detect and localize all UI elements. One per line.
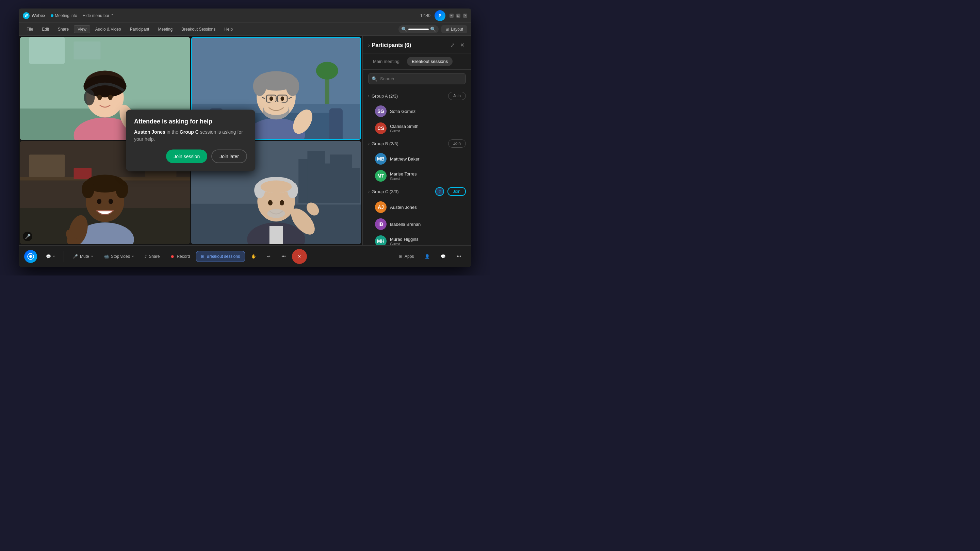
svg-point-48 — [97, 198, 102, 204]
help-request-indicator: ? — [435, 187, 444, 196]
menu-meeting[interactable]: Meeting — [154, 25, 176, 33]
zoom-control[interactable]: 🔍 🔍 — [398, 25, 439, 33]
title-bar-right: 12:40 P − □ ✕ — [420, 10, 467, 21]
participant-murad: MH Murad Higgins Guest — [363, 233, 471, 245]
menu-help[interactable]: Help — [221, 25, 237, 33]
participant-info-matthew: Matthew Baker — [390, 156, 466, 162]
chevron-up-icon: ⌃ — [111, 13, 114, 18]
apps-label: Apps — [404, 254, 414, 259]
record-icon: ⏺ — [170, 254, 175, 259]
close-button[interactable]: ✕ — [463, 14, 467, 18]
end-icon: ✕ — [298, 254, 301, 259]
group-c-join-button[interactable]: Join — [447, 187, 466, 196]
participant-info-austen: Austen Jones — [390, 205, 466, 210]
menu-edit[interactable]: Edit — [38, 25, 53, 33]
breakout-icon: ⊞ — [201, 254, 205, 259]
participant-marise: MT Marise Torres Guest — [363, 167, 471, 184]
participant-info-murad: Murad Higgins Guest — [390, 237, 466, 246]
minimize-button[interactable]: − — [450, 14, 453, 18]
maximize-button[interactable]: □ — [456, 14, 460, 18]
group-b-header[interactable]: › Group B (2/3) Join — [363, 137, 471, 150]
svg-point-34 — [264, 102, 288, 115]
participant-matthew: MB Matthew Baker — [363, 150, 471, 167]
hide-menu-button[interactable]: Hide menu bar ⌃ — [83, 13, 115, 18]
mute-button[interactable]: 🎤 Mute ▾ — [68, 251, 98, 262]
menu-audio-video[interactable]: Audio & Video — [92, 25, 125, 33]
clock: 12:40 — [420, 13, 430, 18]
chat-button[interactable]: 💬 — [436, 251, 450, 262]
zoom-in-icon[interactable]: 🔍 — [430, 27, 436, 32]
breakout-label: Breakout sessions — [207, 254, 240, 259]
search-input[interactable] — [368, 73, 466, 84]
svg-point-49 — [108, 198, 113, 204]
group-c-name: Group C (3/3) — [372, 189, 435, 194]
avatar-isabella: IB — [375, 218, 387, 230]
panel-close-icon[interactable]: ✕ — [459, 40, 466, 50]
layout-button[interactable]: ⊞ Layout — [441, 25, 467, 33]
svg-rect-63 — [269, 226, 283, 244]
panel-actions: ⤢ ✕ — [449, 40, 466, 50]
zoom-slider[interactable] — [408, 29, 429, 30]
reactions-button[interactable]: ✋ — [247, 251, 261, 262]
avatar-sofia: SG — [375, 105, 387, 117]
participant-role-clarissa: Guest — [390, 129, 466, 133]
menu-view[interactable]: View — [74, 25, 90, 33]
menu-bar-right: 🔍 🔍 ⊞ Layout — [398, 25, 467, 33]
svg-rect-39 — [29, 154, 65, 177]
participant-info-marise: Marise Torres Guest — [390, 171, 466, 181]
participant-name-murad: Murad Higgins — [390, 237, 466, 242]
participant-austen: AJ Austen Jones — [363, 198, 471, 216]
svg-point-32 — [281, 96, 284, 101]
svg-rect-41 — [74, 168, 92, 179]
svg-point-71 — [267, 209, 285, 218]
breakout-sessions-button[interactable]: ⊞ Breakout sessions — [196, 251, 245, 262]
logo-area: W Webex — [23, 12, 45, 19]
share-button[interactable]: ⤴ Share — [140, 251, 164, 262]
menu-file[interactable]: File — [23, 25, 37, 33]
layout-label: Layout — [451, 27, 463, 32]
main-content: 🎤 — [19, 36, 471, 245]
popup-body: Austen Jones in the Group C session is a… — [134, 129, 247, 143]
join-session-button[interactable]: Join session — [166, 150, 207, 163]
join-later-button[interactable]: Join later — [211, 150, 247, 163]
menu-participant[interactable]: Participant — [126, 25, 153, 33]
avatar-murad: MH — [375, 235, 387, 245]
mute-icon: 🎤 — [73, 254, 78, 259]
more-button[interactable]: ••• — [277, 251, 291, 262]
tab-main-meeting[interactable]: Main meeting — [368, 57, 404, 66]
svg-rect-58 — [330, 154, 352, 203]
participant-role-marise: Guest — [390, 176, 466, 181]
svg-point-19 — [316, 62, 338, 79]
apps-button[interactable]: ⊞ Apps — [395, 251, 418, 262]
tab-breakout-sessions[interactable]: Breakout sessions — [407, 57, 453, 66]
popup-title: Attendee is asking for help — [134, 118, 247, 125]
group-a-join-button[interactable]: Join — [448, 92, 466, 100]
layout-icon: ⊞ — [445, 27, 449, 32]
zoom-out-icon[interactable]: 🔍 — [401, 27, 407, 32]
meeting-info-button[interactable]: Meeting info — [51, 13, 77, 18]
participants-list: › Group A (2/3) Join SG Sofia Gomez CS C… — [363, 88, 471, 245]
user-avatar[interactable]: P — [434, 10, 445, 21]
end-call-button[interactable]: ✕ — [292, 249, 307, 264]
group-a-header[interactable]: › Group A (2/3) Join — [363, 89, 471, 103]
video-label: Stop video — [111, 254, 130, 259]
participants-icon: 👤 — [425, 254, 430, 259]
video-icon: 📹 — [104, 254, 109, 259]
panel-expand-icon[interactable]: ⤢ — [449, 40, 456, 50]
messages-dropdown-icon: ▾ — [53, 254, 55, 258]
more-options-reactions-button[interactable]: ↩ — [262, 251, 275, 262]
record-button[interactable]: ⏺ Record — [166, 251, 195, 262]
panel-header: › Participants (6) ⤢ ✕ — [363, 36, 471, 53]
participants-button[interactable]: 👤 — [420, 251, 434, 262]
menu-breakout-sessions[interactable]: Breakout Sessions — [178, 25, 219, 33]
messages-button[interactable]: 💬 ▾ — [41, 251, 60, 262]
stop-video-button[interactable]: 📹 Stop video ▾ — [99, 251, 139, 262]
video-area: 🎤 — [19, 36, 363, 245]
group-c-header[interactable]: › Group C (3/3) ? Join — [363, 184, 471, 198]
group-a-name: Group A (2/3) — [372, 94, 448, 98]
menu-bar: File Edit Share View Audio & Video Parti… — [19, 23, 471, 36]
panel-collapse-icon[interactable]: › — [368, 43, 370, 48]
more-options-button[interactable]: ••• — [452, 251, 466, 262]
group-b-join-button[interactable]: Join — [448, 140, 466, 148]
menu-share[interactable]: Share — [54, 25, 73, 33]
